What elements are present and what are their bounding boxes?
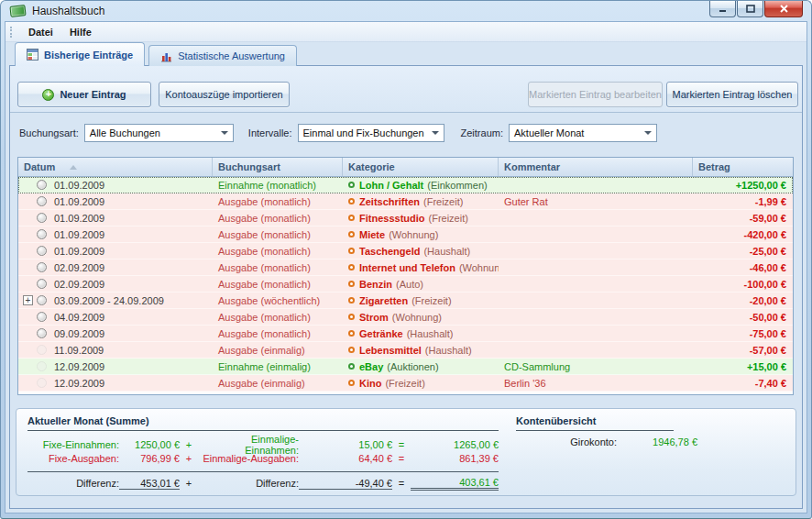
entry-type: Ausgabe (monatlich) [213,279,343,290]
menu-item-datei[interactable]: Datei [20,25,61,39]
table-row[interactable]: 11.09.2009 Ausgabe (einmalig) Lebensmitt… [18,342,793,359]
entry-category-group: (Haushalt) [407,328,454,339]
table-icon [27,49,38,61]
category-dot-icon [348,347,355,353]
column-header-buchungsart[interactable]: Buchungsart [213,158,343,176]
entry-category: Lohn / Gehalt [359,180,423,191]
recurring-icon [37,345,47,355]
minimize-icon [719,5,727,13]
column-header-kategorie[interactable]: Kategorie [343,158,499,176]
category-dot-icon [348,231,355,237]
category-dot-icon [348,314,355,320]
entry-date: 12.09.2009 [54,361,104,372]
recurring-icon [37,312,47,322]
entry-category-group: (Einkommen) [427,180,487,191]
close-icon [780,5,788,13]
entry-date: 11.09.2009 [54,345,104,356]
maximize-button[interactable] [737,1,763,17]
entry-category-cell: eBay (Auktionen) [343,361,499,372]
recurring-icon [37,229,47,239]
entry-category-group: (Auto) [396,279,423,290]
expander-icon[interactable] [23,295,33,305]
entry-date-cell: 03.09.2009 - 24.09.2009 [18,295,213,306]
summary-income-row: Fixe-Einnahmen: 1250,00 € + Einmalige-Ei… [27,434,499,450]
window-title: Haushaltsbuch [32,5,104,17]
onetime-expense-value: 64,40 € [299,453,392,464]
table-row[interactable]: 09.09.2009 Ausgabe (monatlich) Getränke … [18,326,793,342]
tab-page-bisherige-eintraege: Neuer Eintrag Kontoauszüge importieren M… [9,65,803,509]
category-dot-icon [348,380,355,386]
tab-label: Bisherige Einträge [44,50,133,61]
table-row[interactable]: 01.09.2009 Ausgabe (monatlich) Zeitschri… [18,193,793,210]
import-label: Kontoauszüge importieren [165,89,282,100]
entries-table: Datum Buchungsart Kategorie Kommentar Be… [17,157,794,395]
account-label: Girokonto: [516,436,617,447]
entry-category: eBay [359,361,383,372]
entry-date-cell: 12.09.2009 [18,361,213,372]
buchungsart-value: Alle Buchungen [90,127,160,138]
equals-operator: = [392,453,411,464]
zeitraum-select[interactable]: Aktueller Monat [509,124,657,142]
table-header: Datum Buchungsart Kategorie Kommentar Be… [18,158,793,177]
entry-amount: -100,00 € [693,279,793,290]
entry-amount: -7,40 € [693,378,793,389]
entry-category-group: (Auktionen) [387,361,438,372]
import-statements-button[interactable]: Kontoauszüge importieren [159,82,290,107]
difference-fixed-value: 453,01 € [119,478,180,490]
filter-label-buchungsart: Buchungsart: [19,127,79,138]
entry-comment: Berlin '36 [499,378,693,389]
buchungsart-select[interactable]: Alle Buchungen [84,124,234,142]
fixed-expense-label: Fixe-Ausgaben: [27,453,119,464]
table-row[interactable]: 02.09.2009 Ausgabe (monatlich) Benzin (A… [18,276,793,293]
entry-category-cell: Kino (Freizeit) [343,378,499,389]
recurring-icon [37,295,47,305]
table-row[interactable]: 02.09.2009 Ausgabe (monatlich) Internet … [18,260,793,276]
entry-category-cell: Benzin (Auto) [343,279,499,290]
app-money-icon [9,5,26,17]
new-entry-button[interactable]: Neuer Eintrag [17,82,151,107]
recurring-icon [37,262,47,272]
entry-date-cell: 01.09.2009 [18,246,213,257]
table-row[interactable]: 12.09.2009 Ausgabe (einmalig) Kino (Frei… [18,375,793,392]
table-row[interactable]: 01.09.2009 Ausgabe (monatlich) Taschenge… [18,243,793,260]
column-label: Datum [24,161,55,172]
filter-label-zeitraum: Zeitraum: [461,127,503,138]
table-row[interactable]: 01.09.2009 Ausgabe (monatlich) Miete (Wo… [18,226,793,243]
entry-date: 01.09.2009 [54,246,104,257]
month-summary-title: Aktueller Monat (Summe) [27,415,499,431]
entry-amount: -46,00 € [693,262,793,273]
tab-statistische-auswertung[interactable]: Statistische Auswertung [148,45,297,66]
edit-label: Markierten Eintrag bearbeiten [529,89,662,100]
entry-category-group: (Freizeit) [423,196,463,207]
intervalle-select[interactable]: Einmal und Fix-Buchungen [298,124,444,142]
menu-item-hilfe[interactable]: Hilfe [61,25,100,39]
minimize-button[interactable] [709,1,736,17]
entry-category: Zigaretten [359,295,408,306]
edit-entry-button[interactable]: Markierten Eintrag bearbeiten [528,82,663,107]
table-row[interactable]: 01.09.2009 Ausgabe (monatlich) Fitnessst… [18,210,793,226]
column-header-datum[interactable]: Datum [18,158,213,176]
onetime-income-value: 15,00 € [299,439,392,450]
table-row[interactable]: 12.09.2009 Einnahme (einmalig) eBay (Auk… [18,359,793,375]
delete-entry-button[interactable]: Markierten Eintrag löschen [666,82,798,107]
column-header-kommentar[interactable]: Kommentar [499,158,693,176]
table-row[interactable]: 03.09.2009 - 24.09.2009 Ausgabe (wöchent… [18,293,793,309]
entry-date: 02.09.2009 [54,262,104,273]
maximize-icon [746,5,755,13]
column-label: Kommentar [504,161,560,172]
column-header-betrag[interactable]: Betrag [693,158,793,176]
recurring-icon [37,196,47,206]
app-frame: Datei Hilfe Bisherige Einträge [5,21,807,513]
close-button[interactable] [764,1,803,17]
sort-ascending-icon [70,165,77,170]
account-row: Girokonto: 1946,78 € [516,434,697,450]
recurring-icon [37,279,47,289]
entry-type: Einnahme (einmalig) [213,361,343,372]
table-row[interactable]: 04.09.2009 Ausgabe (monatlich) Strom (Wo… [18,309,793,326]
title-bar[interactable]: Haushaltsbuch [1,1,811,21]
entry-date-cell: 01.09.2009 [18,180,213,191]
tab-bisherige-eintraege[interactable]: Bisherige Einträge [15,42,145,66]
table-row[interactable]: 01.09.2009 Einnahme (monatlich) Lohn / G… [18,177,793,193]
summary-difference-row: Differenz: 453,01 € + Differenz: -49,40 … [27,471,499,492]
entry-category-cell: Fitnessstudio (Freizeit) [343,213,499,224]
